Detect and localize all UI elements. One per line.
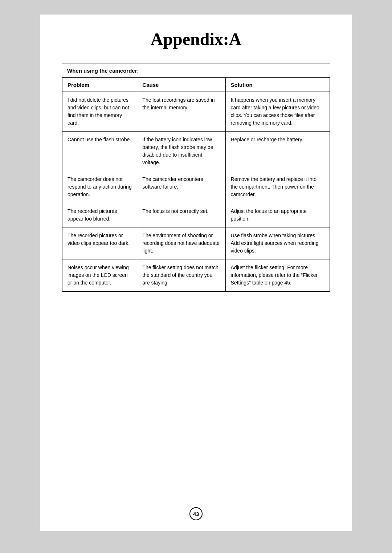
cell-problem-2: The camcorder does not respond to any ac…: [62, 171, 137, 203]
cell-solution-0: It happens when you insert a memory card…: [225, 92, 330, 132]
section-header: When using the camcorder:: [62, 64, 330, 78]
page: Appendix:A When using the camcorder: Pro…: [40, 15, 352, 531]
cell-solution-5: Adjust the flicker setting. For more inf…: [225, 259, 330, 291]
cell-problem-3: The recorded pictures appear too blurred…: [62, 203, 137, 227]
table-row: The recorded pictures appear too blurred…: [62, 203, 330, 227]
cell-cause-3: The focus is not correctly set.: [137, 203, 225, 227]
cell-problem-5: Noises occur when viewing images on the …: [62, 259, 137, 291]
troubleshooting-table: Problem Cause Solution I did not delete …: [62, 78, 330, 291]
column-header-solution: Solution: [225, 78, 330, 92]
cell-solution-3: Adjust the focus to an appropriate posit…: [225, 203, 330, 227]
cell-solution-2: Remove the battery and replace it into t…: [225, 171, 330, 203]
cell-cause-1: If the battery icon indicates low batter…: [137, 132, 225, 171]
table-row: I did not delete the pictures and video …: [62, 92, 330, 132]
page-title: Appendix:A: [62, 29, 330, 49]
cell-cause-2: The camcorder encounters software failur…: [137, 171, 225, 203]
cell-solution-4: Use flash strobe when taking pictures. A…: [225, 227, 330, 259]
table-row: Noises occur when viewing images on the …: [62, 259, 330, 291]
cell-cause-5: The flicker setting does not match the s…: [137, 259, 225, 291]
cell-solution-1: Replace or recharge the battery.: [225, 132, 330, 171]
cell-cause-4: The environment of shooting or recording…: [137, 227, 225, 259]
table-row: The recorded pictures or video clips app…: [62, 227, 330, 259]
column-header-problem: Problem: [62, 78, 137, 92]
table-row: Cannot use the flash strobe.If the batte…: [62, 132, 330, 171]
cell-problem-0: I did not delete the pictures and video …: [62, 92, 137, 132]
table-row: The camcorder does not respond to any ac…: [62, 171, 330, 203]
main-table-container: When using the camcorder: Problem Cause …: [62, 64, 330, 292]
column-header-cause: Cause: [137, 78, 225, 92]
page-number: 43: [189, 507, 203, 520]
cell-problem-4: The recorded pictures or video clips app…: [62, 227, 137, 259]
cell-cause-0: The lost recordings are saved in the int…: [137, 92, 225, 132]
table-header-row: Problem Cause Solution: [62, 78, 330, 92]
cell-problem-1: Cannot use the flash strobe.: [62, 132, 137, 171]
